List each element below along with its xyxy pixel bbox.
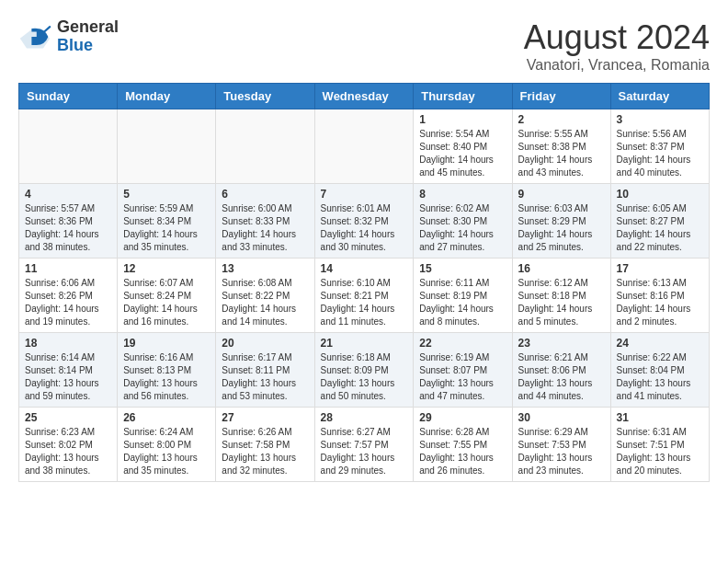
calendar-cell: 15Sunrise: 6:11 AM Sunset: 8:19 PM Dayli… (414, 259, 512, 333)
day-number: 26 (123, 411, 210, 424)
day-info: Sunrise: 6:05 AM Sunset: 8:27 PM Dayligh… (617, 202, 703, 254)
day-number: 5 (123, 188, 210, 201)
weekday-header: Saturday (610, 84, 709, 109)
calendar-cell: 21Sunrise: 6:18 AM Sunset: 8:09 PM Dayli… (314, 333, 414, 408)
day-number: 10 (617, 188, 703, 201)
calendar-cell: 27Sunrise: 6:26 AM Sunset: 7:58 PM Dayli… (216, 408, 314, 482)
calendar-cell: 19Sunrise: 6:16 AM Sunset: 8:13 PM Dayli… (118, 333, 216, 408)
weekday-header: Wednesday (314, 84, 414, 109)
calendar-cell (118, 109, 216, 184)
title-block: August 2024 Vanatori, Vrancea, Romania (524, 18, 710, 74)
day-number: 15 (419, 262, 506, 275)
day-number: 17 (617, 262, 703, 275)
calendar-week-row: 18Sunrise: 6:14 AM Sunset: 8:14 PM Dayli… (19, 333, 710, 408)
day-number: 31 (617, 411, 703, 424)
calendar-cell (19, 109, 118, 184)
calendar-cell: 29Sunrise: 6:28 AM Sunset: 7:55 PM Dayli… (414, 408, 512, 482)
calendar-cell: 12Sunrise: 6:07 AM Sunset: 8:24 PM Dayli… (118, 259, 216, 333)
calendar-week-row: 25Sunrise: 6:23 AM Sunset: 8:02 PM Dayli… (19, 408, 710, 482)
calendar-cell: 23Sunrise: 6:21 AM Sunset: 8:06 PM Dayli… (512, 333, 610, 408)
calendar-cell: 20Sunrise: 6:17 AM Sunset: 8:11 PM Dayli… (216, 333, 314, 408)
calendar-cell: 18Sunrise: 6:14 AM Sunset: 8:14 PM Dayli… (19, 333, 118, 408)
day-info: Sunrise: 5:54 AM Sunset: 8:40 PM Dayligh… (419, 128, 506, 179)
day-info: Sunrise: 6:10 AM Sunset: 8:21 PM Dayligh… (321, 277, 408, 328)
day-number: 18 (25, 337, 111, 350)
day-number: 25 (25, 411, 111, 424)
day-info: Sunrise: 6:31 AM Sunset: 7:51 PM Dayligh… (617, 426, 703, 477)
day-info: Sunrise: 6:06 AM Sunset: 8:26 PM Dayligh… (25, 277, 111, 328)
day-info: Sunrise: 6:16 AM Sunset: 8:13 PM Dayligh… (123, 351, 210, 403)
day-number: 12 (123, 262, 210, 275)
day-info: Sunrise: 6:27 AM Sunset: 7:57 PM Dayligh… (321, 426, 408, 477)
calendar-cell: 26Sunrise: 6:24 AM Sunset: 8:00 PM Dayli… (118, 408, 216, 482)
day-info: Sunrise: 6:14 AM Sunset: 8:14 PM Dayligh… (25, 351, 111, 403)
day-info: Sunrise: 6:01 AM Sunset: 8:32 PM Dayligh… (321, 202, 408, 254)
logo-icon (18, 20, 51, 53)
day-number: 9 (518, 188, 605, 201)
day-info: Sunrise: 6:23 AM Sunset: 8:02 PM Dayligh… (25, 426, 111, 477)
page-header: General Blue August 2024 Vanatori, Vranc… (18, 18, 710, 74)
logo: General Blue (18, 18, 119, 55)
day-info: Sunrise: 6:02 AM Sunset: 8:30 PM Dayligh… (419, 202, 506, 254)
day-number: 23 (518, 337, 605, 350)
calendar-cell: 11Sunrise: 6:06 AM Sunset: 8:26 PM Dayli… (19, 259, 118, 333)
calendar-cell (314, 109, 414, 184)
day-info: Sunrise: 6:08 AM Sunset: 8:22 PM Dayligh… (222, 277, 308, 328)
logo-text: General Blue (57, 18, 119, 55)
day-info: Sunrise: 6:26 AM Sunset: 7:58 PM Dayligh… (222, 426, 308, 477)
day-info: Sunrise: 5:59 AM Sunset: 8:34 PM Dayligh… (123, 202, 210, 254)
day-number: 4 (25, 188, 111, 201)
weekday-header: Tuesday (216, 84, 314, 109)
day-info: Sunrise: 6:03 AM Sunset: 8:29 PM Dayligh… (518, 202, 605, 254)
day-info: Sunrise: 6:18 AM Sunset: 8:09 PM Dayligh… (321, 351, 408, 403)
calendar-cell: 10Sunrise: 6:05 AM Sunset: 8:27 PM Dayli… (610, 184, 709, 259)
weekday-header: Sunday (19, 84, 118, 109)
calendar-cell: 17Sunrise: 6:13 AM Sunset: 8:16 PM Dayli… (610, 259, 709, 333)
calendar-cell: 7Sunrise: 6:01 AM Sunset: 8:32 PM Daylig… (314, 184, 414, 259)
calendar-cell: 22Sunrise: 6:19 AM Sunset: 8:07 PM Dayli… (414, 333, 512, 408)
calendar-cell: 16Sunrise: 6:12 AM Sunset: 8:18 PM Dayli… (512, 259, 610, 333)
day-number: 6 (222, 188, 308, 201)
day-info: Sunrise: 6:13 AM Sunset: 8:16 PM Dayligh… (617, 277, 703, 328)
weekday-header: Monday (118, 84, 216, 109)
calendar-cell: 13Sunrise: 6:08 AM Sunset: 8:22 PM Dayli… (216, 259, 314, 333)
day-info: Sunrise: 5:56 AM Sunset: 8:37 PM Dayligh… (617, 128, 703, 179)
day-info: Sunrise: 6:28 AM Sunset: 7:55 PM Dayligh… (419, 426, 506, 477)
calendar-cell: 4Sunrise: 5:57 AM Sunset: 8:36 PM Daylig… (19, 184, 118, 259)
day-number: 8 (419, 188, 506, 201)
calendar-cell: 28Sunrise: 6:27 AM Sunset: 7:57 PM Dayli… (314, 408, 414, 482)
day-info: Sunrise: 6:21 AM Sunset: 8:06 PM Dayligh… (518, 351, 605, 403)
logo-general-text: General (57, 18, 119, 37)
day-number: 3 (617, 113, 703, 126)
calendar-cell: 5Sunrise: 5:59 AM Sunset: 8:34 PM Daylig… (118, 184, 216, 259)
calendar-cell: 1Sunrise: 5:54 AM Sunset: 8:40 PM Daylig… (414, 109, 512, 184)
day-number: 13 (222, 262, 308, 275)
calendar-week-row: 1Sunrise: 5:54 AM Sunset: 8:40 PM Daylig… (19, 109, 710, 184)
calendar-cell: 9Sunrise: 6:03 AM Sunset: 8:29 PM Daylig… (512, 184, 610, 259)
calendar-cell: 2Sunrise: 5:55 AM Sunset: 8:38 PM Daylig… (512, 109, 610, 184)
day-info: Sunrise: 6:19 AM Sunset: 8:07 PM Dayligh… (419, 351, 506, 403)
calendar-cell (216, 109, 314, 184)
calendar-cell: 3Sunrise: 5:56 AM Sunset: 8:37 PM Daylig… (610, 109, 709, 184)
day-number: 20 (222, 337, 308, 350)
day-info: Sunrise: 6:29 AM Sunset: 7:53 PM Dayligh… (518, 426, 605, 477)
calendar-table: SundayMondayTuesdayWednesdayThursdayFrid… (18, 83, 710, 482)
location-subtitle: Vanatori, Vrancea, Romania (524, 57, 710, 74)
day-number: 28 (321, 411, 408, 424)
day-number: 30 (518, 411, 605, 424)
weekday-header: Thursday (414, 84, 512, 109)
calendar-header-row: SundayMondayTuesdayWednesdayThursdayFrid… (19, 84, 710, 109)
calendar-cell: 6Sunrise: 6:00 AM Sunset: 8:33 PM Daylig… (216, 184, 314, 259)
calendar-cell: 31Sunrise: 6:31 AM Sunset: 7:51 PM Dayli… (610, 408, 709, 482)
day-info: Sunrise: 6:22 AM Sunset: 8:04 PM Dayligh… (617, 351, 703, 403)
calendar-cell: 14Sunrise: 6:10 AM Sunset: 8:21 PM Dayli… (314, 259, 414, 333)
day-number: 16 (518, 262, 605, 275)
day-number: 19 (123, 337, 210, 350)
day-number: 1 (419, 113, 506, 126)
calendar-cell: 25Sunrise: 6:23 AM Sunset: 8:02 PM Dayli… (19, 408, 118, 482)
day-number: 27 (222, 411, 308, 424)
calendar-cell: 24Sunrise: 6:22 AM Sunset: 8:04 PM Dayli… (610, 333, 709, 408)
main-title: August 2024 (524, 18, 710, 57)
day-info: Sunrise: 6:11 AM Sunset: 8:19 PM Dayligh… (419, 277, 506, 328)
day-number: 29 (419, 411, 506, 424)
